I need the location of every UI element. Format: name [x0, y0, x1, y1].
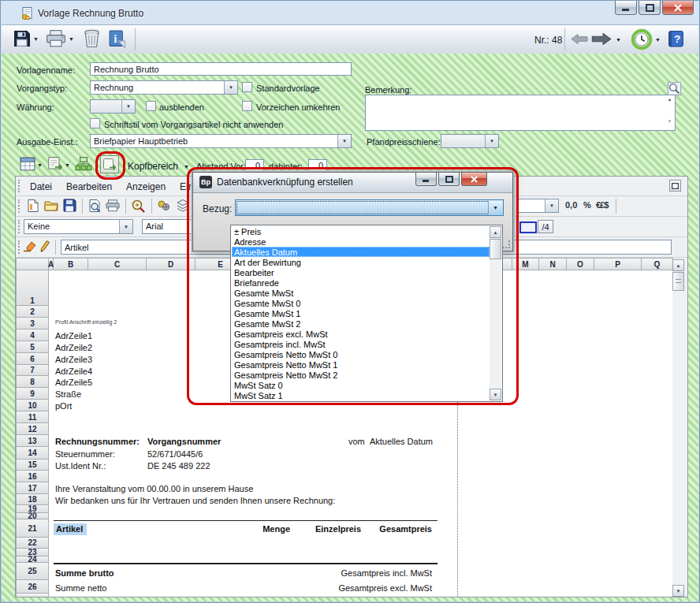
save-button[interactable] — [13, 30, 31, 50]
column-header-N[interactable]: N — [539, 258, 567, 270]
waehrung-arrow[interactable]: ▼ — [121, 100, 135, 113]
dahinter-input[interactable]: 0 — [308, 159, 327, 172]
scroll-thumb[interactable] — [672, 272, 684, 291]
pencil-icon[interactable] — [40, 240, 50, 256]
new-document-icon[interactable] — [26, 199, 40, 216]
vorgangstyp-arrow[interactable]: ▼ — [224, 81, 237, 94]
toolbar-grip[interactable] — [18, 199, 22, 213]
layers-icon[interactable] — [176, 199, 190, 215]
dropdown-scroll-thumb[interactable] — [490, 239, 501, 259]
stamp-icon[interactable] — [157, 199, 171, 215]
scroll-down-button[interactable]: ▼ — [672, 585, 684, 597]
toolbar-grip[interactable] — [18, 240, 22, 254]
row-header-20[interactable]: 20 — [16, 513, 49, 519]
dropdown-item[interactable]: Gesamtpreis Netto MwSt 0 — [232, 349, 490, 359]
dialog-restore-button[interactable] — [438, 173, 460, 186]
row-header-21[interactable]: 21 — [16, 519, 49, 538]
style-combo-arrow[interactable]: ▼ — [119, 220, 132, 233]
save-dropdown-caret[interactable]: ▼ — [33, 36, 39, 42]
vorlagenname-input[interactable]: Rechnung Brutto — [90, 62, 352, 76]
row-header-partial[interactable] — [16, 594, 49, 597]
ausgabe-select[interactable]: Briefpapier Hauptbetrieb▼ — [90, 134, 352, 148]
dropdown-item[interactable]: Gesamtpreis excl. MwSt — [232, 329, 490, 339]
dropdown-item[interactable]: Gesamtpreis Netto MwSt 1 — [232, 359, 490, 370]
dropdown-item[interactable]: Briefanrede — [232, 277, 490, 288]
waehrung-select[interactable]: ▼ — [90, 99, 136, 114]
dialog-resize-grip[interactable] — [502, 240, 510, 248]
structure-button[interactable] — [75, 157, 92, 174]
row-header-18[interactable]: 18 — [16, 494, 49, 505]
bemerkung-textarea[interactable] — [365, 95, 676, 131]
row-header-6[interactable]: 6 — [16, 353, 49, 365]
menu-item-datei[interactable]: Datei — [23, 178, 59, 192]
column-header-D[interactable]: D — [147, 258, 195, 270]
column-header-Q[interactable]: Q — [642, 258, 673, 270]
ausgabe-arrow[interactable]: ▼ — [337, 135, 351, 147]
row-header-22[interactable]: 22 — [16, 538, 49, 549]
pfand-arrow[interactable]: ▼ — [485, 135, 498, 147]
vorgangstyp-select[interactable]: Rechnung▼ — [90, 80, 238, 95]
minimize-button[interactable] — [615, 1, 637, 15]
row-header-25[interactable]: 25 — [16, 563, 49, 580]
row-header-13[interactable]: 13 — [16, 435, 49, 447]
bezug-combo-arrow[interactable]: ▼ — [488, 201, 502, 214]
scroll-down-icon[interactable]: ▼ — [665, 119, 674, 124]
column-header-B[interactable]: B — [54, 258, 88, 270]
menu-item-anzeigen[interactable]: Anzeigen — [119, 178, 173, 192]
row-header-9[interactable]: 9 — [16, 388, 49, 400]
print-preview-icon[interactable] — [88, 199, 102, 216]
dropdown-item[interactable]: Gesamte MwSt — [232, 288, 490, 298]
format-decimal-button[interactable]: 0,0 — [565, 200, 577, 210]
row-header-17[interactable]: 17 — [16, 482, 49, 494]
pfand-select[interactable]: ▼ — [441, 134, 499, 148]
maximize-button[interactable] — [639, 1, 661, 15]
border-format-icon[interactable] — [519, 221, 537, 233]
grid-corner[interactable] — [16, 258, 49, 270]
dropdown-item[interactable]: Gesamte MwSt 0 — [232, 298, 490, 308]
dropdown-item[interactable]: Art der Bewirtung — [232, 257, 490, 267]
row-header-15[interactable]: 15 — [16, 460, 49, 471]
history-button[interactable] — [631, 28, 653, 54]
row-header-3[interactable]: 3 — [16, 318, 49, 329]
area-selector-caret[interactable]: ▼ — [184, 164, 189, 169]
quarter-format-button[interactable]: /4 — [538, 220, 553, 233]
dropdown-item[interactable]: Bearbeiter — [232, 267, 490, 277]
row-header-11[interactable]: 11 — [16, 411, 49, 423]
dropdown-scroll-down[interactable]: ▼ — [490, 389, 501, 400]
ausblenden-checkbox[interactable] — [146, 101, 156, 111]
row-header-7[interactable]: 7 — [16, 365, 49, 376]
quick-print-icon[interactable] — [106, 199, 120, 215]
standardvorlage-checkbox[interactable] — [242, 82, 252, 92]
row-header-26[interactable]: 26 — [16, 580, 49, 594]
dropdown-scroll-up[interactable]: ▲ — [490, 226, 501, 238]
dropdown-item[interactable]: Gesamte MwSt 1 — [232, 308, 490, 318]
zoom-icon[interactable] — [131, 199, 146, 216]
dialog-titlebar[interactable]: Bp Datenbankverknüpfung erstellen — [193, 173, 512, 193]
format-percent-button[interactable]: % — [583, 200, 591, 210]
area-selector[interactable]: Kopfbereich — [128, 161, 178, 172]
eraser-icon[interactable] — [23, 240, 36, 255]
create-db-link-button[interactable] — [100, 155, 119, 173]
row-header-10[interactable]: 10 — [16, 400, 49, 411]
dropdown-item[interactable]: Adresse — [232, 236, 490, 247]
editor-restore-button[interactable] — [669, 180, 681, 192]
bemerkung-scrollbar[interactable]: ▲ ▼ — [665, 97, 674, 128]
forward-button[interactable] — [591, 32, 612, 49]
row-header-24[interactable]: 24 — [16, 556, 49, 563]
dropdown-item[interactable]: Gesamtpreis incl. MwSt — [232, 339, 490, 349]
save-file-icon[interactable] — [63, 199, 76, 215]
format-combo-arrow[interactable]: ▼ — [545, 199, 558, 212]
row-header-8[interactable]: 8 — [16, 376, 49, 388]
table-view-button[interactable] — [20, 156, 35, 175]
column-header-M[interactable]: M — [512, 258, 539, 270]
abstand-vor-input[interactable]: 0 — [245, 159, 264, 172]
row-header-5[interactable]: 5 — [16, 341, 49, 353]
table-view-caret[interactable]: ▼ — [37, 162, 43, 168]
print-dropdown-caret[interactable]: ▼ — [69, 36, 74, 42]
format-combo[interactable]: ▼ — [518, 199, 559, 213]
bezug-combobox[interactable]: ▼ — [235, 199, 504, 216]
open-folder-icon[interactable] — [44, 199, 59, 215]
dropdown-item[interactable]: Gesamtpreis Netto MwSt 2 — [232, 370, 490, 380]
row-header-1[interactable]: 1 — [16, 270, 49, 306]
dialog-minimize-button[interactable] — [415, 173, 437, 186]
